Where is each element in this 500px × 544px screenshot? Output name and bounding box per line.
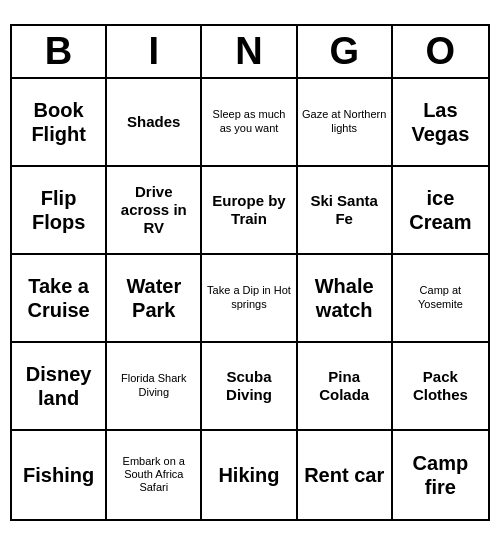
bingo-cell-9: ice Cream: [393, 167, 488, 255]
bingo-cell-text-14: Camp at Yosemite: [397, 284, 484, 310]
bingo-cell-24: Camp fire: [393, 431, 488, 519]
bingo-cell-text-24: Camp fire: [397, 451, 484, 499]
bingo-cell-13: Whale watch: [298, 255, 393, 343]
bingo-card: BINGO Book FlightShadesSleep as much as …: [10, 24, 490, 521]
bingo-letter-n: N: [202, 26, 297, 77]
bingo-cell-text-2: Sleep as much as you want: [206, 108, 291, 134]
bingo-cell-20: Fishing: [12, 431, 107, 519]
bingo-cell-text-10: Take a Cruise: [16, 274, 101, 322]
bingo-cell-text-20: Fishing: [23, 463, 94, 487]
bingo-cell-text-13: Whale watch: [302, 274, 387, 322]
bingo-cell-19: Pack Clothes: [393, 343, 488, 431]
bingo-cell-2: Sleep as much as you want: [202, 79, 297, 167]
bingo-cell-1: Shades: [107, 79, 202, 167]
bingo-cell-3: Gaze at Northern lights: [298, 79, 393, 167]
bingo-cell-text-23: Rent car: [304, 463, 384, 487]
bingo-cell-11: Water Park: [107, 255, 202, 343]
bingo-cell-7: Europe by Train: [202, 167, 297, 255]
bingo-letter-o: O: [393, 26, 488, 77]
bingo-letter-i: I: [107, 26, 202, 77]
bingo-cell-text-9: ice Cream: [397, 186, 484, 234]
bingo-cell-text-8: Ski Santa Fe: [302, 192, 387, 228]
bingo-cell-8: Ski Santa Fe: [298, 167, 393, 255]
bingo-cell-text-5: Flip Flops: [16, 186, 101, 234]
bingo-letter-g: G: [298, 26, 393, 77]
bingo-cell-6: Drive across in RV: [107, 167, 202, 255]
bingo-cell-text-17: Scuba Diving: [206, 368, 291, 404]
bingo-cell-text-6: Drive across in RV: [111, 183, 196, 237]
bingo-cell-text-19: Pack Clothes: [397, 368, 484, 404]
bingo-cell-15: Disney land: [12, 343, 107, 431]
bingo-cell-text-11: Water Park: [111, 274, 196, 322]
bingo-cell-text-18: Pina Colada: [302, 368, 387, 404]
bingo-letter-b: B: [12, 26, 107, 77]
bingo-cell-4: Las Vegas: [393, 79, 488, 167]
bingo-cell-text-1: Shades: [127, 113, 180, 131]
bingo-cell-16: Florida Shark Diving: [107, 343, 202, 431]
bingo-cell-12: Take a Dip in Hot springs: [202, 255, 297, 343]
bingo-cell-22: Hiking: [202, 431, 297, 519]
bingo-cell-text-12: Take a Dip in Hot springs: [206, 284, 291, 310]
bingo-cell-17: Scuba Diving: [202, 343, 297, 431]
bingo-cell-0: Book Flight: [12, 79, 107, 167]
bingo-cell-text-21: Embark on a South Africa Safari: [111, 455, 196, 495]
bingo-header: BINGO: [12, 26, 488, 79]
bingo-cell-text-15: Disney land: [16, 362, 101, 410]
bingo-cell-23: Rent car: [298, 431, 393, 519]
bingo-cell-10: Take a Cruise: [12, 255, 107, 343]
bingo-grid: Book FlightShadesSleep as much as you wa…: [12, 79, 488, 519]
bingo-cell-18: Pina Colada: [298, 343, 393, 431]
bingo-cell-5: Flip Flops: [12, 167, 107, 255]
bingo-cell-text-3: Gaze at Northern lights: [302, 108, 387, 134]
bingo-cell-text-16: Florida Shark Diving: [111, 372, 196, 398]
bingo-cell-text-7: Europe by Train: [206, 192, 291, 228]
bingo-cell-14: Camp at Yosemite: [393, 255, 488, 343]
bingo-cell-text-0: Book Flight: [16, 98, 101, 146]
bingo-cell-text-22: Hiking: [218, 463, 279, 487]
bingo-cell-21: Embark on a South Africa Safari: [107, 431, 202, 519]
bingo-cell-text-4: Las Vegas: [397, 98, 484, 146]
